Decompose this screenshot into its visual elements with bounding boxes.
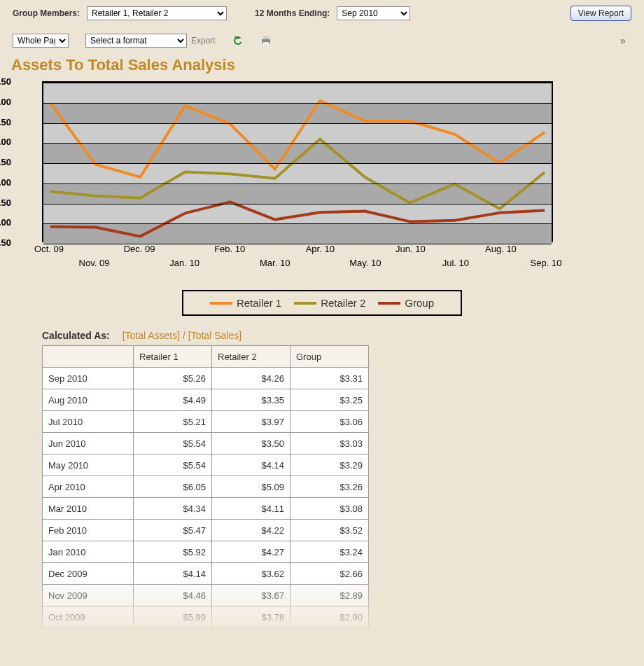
row-value: $5.47 [134, 520, 212, 541]
x-tick-label: May. 10 [349, 258, 381, 268]
y-tick-label: $6.50 [0, 76, 11, 87]
row-value: $4.11 [212, 498, 290, 520]
table-header: Retailer 1 [134, 346, 212, 368]
x-tick-label: Feb. 10 [214, 244, 245, 254]
row-month: Sep 2010 [43, 368, 134, 389]
row-value: $4.46 [134, 585, 212, 606]
x-tick-label: Jan. 10 [169, 258, 200, 268]
row-value: $3.26 [290, 476, 369, 498]
row-value: $3.06 [290, 411, 369, 433]
table-row: Jul 2010$5.21$3.97$3.06 [43, 411, 369, 433]
row-value: $5.92 [134, 541, 212, 563]
row-value: $4.14 [134, 563, 212, 585]
row-value: $6.05 [134, 476, 212, 498]
row-value: $3.67 [212, 585, 290, 606]
row-value: $4.34 [134, 498, 212, 520]
svg-rect-2 [263, 42, 269, 45]
table-header: Retailer 2 [212, 346, 290, 368]
row-value: $3.35 [212, 389, 290, 411]
calculated-as-label: Calculated As: [42, 330, 110, 341]
y-tick-label: $5.50 [0, 116, 11, 127]
table-row: Apr 2010$6.05$5.09$3.26 [43, 476, 369, 498]
view-report-button[interactable]: View Report [570, 6, 631, 21]
row-value: $5.21 [134, 411, 212, 433]
y-tick-label: $3.50 [0, 197, 11, 207]
row-value: $3.31 [290, 368, 369, 389]
x-tick-label: Oct. 09 [34, 244, 64, 254]
y-tick-label: $4.50 [0, 157, 11, 167]
x-tick-label: Nov. 09 [79, 258, 110, 268]
table-header: Group [290, 346, 369, 368]
table-row: Sep 2010$5.26$4.26$3.31 [43, 368, 369, 389]
x-tick-label: Sep. 10 [531, 258, 562, 268]
row-month: May 2010 [43, 455, 134, 476]
row-month: Aug 2010 [43, 389, 134, 411]
export-link: Export [191, 36, 216, 46]
row-month: Jun 2010 [43, 433, 134, 455]
y-tick-label: $4.00 [0, 176, 11, 187]
chart-x-axis: Oct. 09Nov. 09Dec. 09Jan. 10Feb. 10Mar. … [42, 242, 560, 277]
legend-item-group: Group [378, 297, 434, 309]
chart-legend: Retailer 1 Retailer 2 Group [182, 290, 462, 316]
row-value: $2.89 [290, 585, 369, 606]
x-tick-label: Dec. 09 [124, 244, 155, 254]
row-month: Jan 2010 [43, 541, 134, 563]
table-row: Dec 2009$4.14$3.62$2.66 [43, 563, 369, 585]
row-value: $3.08 [290, 498, 369, 520]
row-value: $2.90 [290, 606, 369, 628]
table-row: Mar 2010$4.34$4.11$3.08 [43, 498, 369, 520]
row-value: $4.26 [212, 368, 290, 389]
y-tick-label: $3.00 [0, 217, 11, 228]
x-tick-label: Jun. 10 [396, 244, 426, 254]
legend-item-retailer2: Retailer 2 [294, 297, 365, 309]
months-ending-select[interactable]: Sep 2010 [337, 6, 410, 20]
row-value: $3.97 [212, 411, 290, 433]
line-chart [42, 81, 553, 242]
legend-swatch [210, 302, 232, 305]
row-value: $4.22 [212, 520, 290, 541]
row-value: $3.24 [290, 541, 369, 563]
legend-swatch [294, 302, 316, 305]
row-value: $3.52 [290, 520, 369, 541]
row-value: $3.29 [290, 455, 369, 476]
row-value: $5.54 [134, 433, 212, 455]
data-table: Retailer 1Retailer 2Group Sep 2010$5.26$… [42, 345, 369, 628]
report-viewer-toolbar: Whole Page Select a format Export » [0, 24, 644, 52]
legend-swatch [378, 302, 400, 305]
collapse-icon[interactable]: » [620, 35, 631, 46]
row-value: $5.54 [134, 455, 212, 476]
row-value: $5.26 [134, 368, 212, 389]
table-row: May 2010$5.54$4.14$3.29 [43, 455, 369, 476]
table-row: Jun 2010$5.54$3.50$3.03 [43, 433, 369, 455]
y-tick-label: $2.50 [0, 237, 11, 248]
row-month: Oct 2009 [43, 606, 134, 628]
row-value: $3.25 [290, 389, 369, 411]
export-format-select[interactable]: Select a format [85, 34, 187, 48]
svg-rect-1 [263, 36, 269, 39]
row-value: $4.49 [134, 389, 212, 411]
table-row: Nov 2009$4.46$3.67$2.89 [43, 585, 369, 606]
y-tick-label: $6.00 [0, 96, 11, 106]
x-tick-label: Apr. 10 [306, 244, 335, 254]
row-value: $3.62 [212, 563, 290, 585]
report-title: Assets To Total Sales Analysis [0, 52, 644, 78]
group-members-select[interactable]: Retailer 1, Retailer 2 [87, 6, 227, 20]
calculated-as-formula: [Total Assets] / [Total Sales] [122, 330, 241, 341]
x-tick-label: Mar. 10 [260, 258, 290, 268]
group-members-label: Group Members: [13, 8, 80, 18]
legend-item-retailer1: Retailer 1 [210, 297, 281, 309]
chart-series-line [50, 101, 545, 177]
row-value: $5.09 [212, 476, 290, 498]
report-params-bar: Group Members: Retailer 1, Retailer 2 12… [0, 0, 644, 24]
row-value: $3.03 [290, 433, 369, 455]
row-month: Nov 2009 [43, 585, 134, 606]
table-row: Feb 2010$5.47$4.22$3.52 [43, 520, 369, 541]
y-tick-label: $5.00 [0, 137, 11, 147]
print-icon[interactable] [260, 35, 272, 46]
row-value: $2.66 [290, 563, 369, 585]
table-row: Aug 2010$4.49$3.35$3.25 [43, 389, 369, 411]
table-row: Oct 2009$5.99$3.78$2.90 [43, 606, 369, 628]
row-value: $4.14 [212, 455, 290, 476]
zoom-select[interactable]: Whole Page [13, 34, 69, 48]
refresh-icon[interactable] [232, 35, 244, 46]
